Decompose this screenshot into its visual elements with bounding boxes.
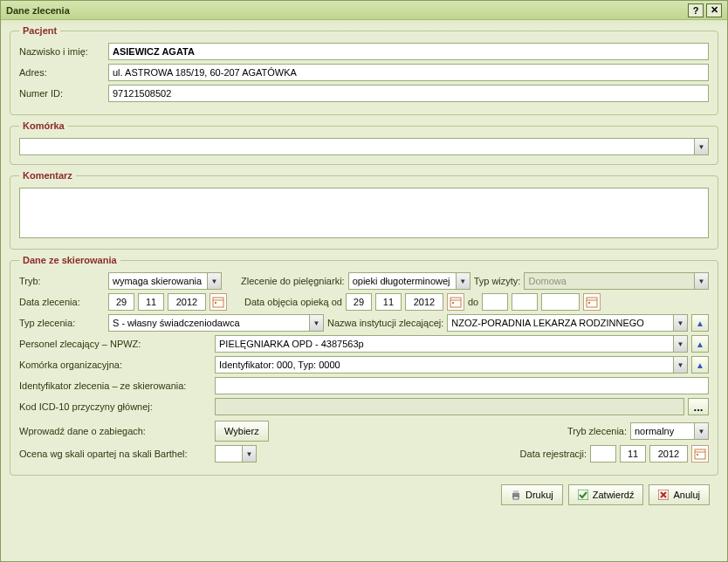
close-button[interactable]: ✕ bbox=[706, 3, 722, 17]
care-to-calendar-button[interactable] bbox=[583, 293, 601, 311]
titlebar: Dane zlecenia ? ✕ bbox=[1, 1, 727, 20]
institution-up-button[interactable]: ▲ bbox=[691, 314, 709, 332]
cancel-icon bbox=[658, 490, 669, 500]
referral-id-input[interactable] bbox=[215, 377, 709, 394]
comment-legend: Komentarz bbox=[19, 170, 76, 181]
order-date-year[interactable] bbox=[168, 293, 206, 311]
svg-rect-3 bbox=[450, 298, 461, 307]
calendar-icon bbox=[212, 296, 224, 308]
procedures-label: Wprowadź dane o zabiegach: bbox=[19, 426, 211, 436]
print-button[interactable]: Drukuj bbox=[501, 484, 563, 505]
check-icon bbox=[578, 490, 588, 500]
reg-date-year[interactable] bbox=[649, 445, 688, 463]
chevron-down-icon: ▼ bbox=[309, 315, 323, 331]
approve-button[interactable]: Zatwierdź bbox=[568, 484, 644, 505]
order-date-day[interactable] bbox=[108, 293, 134, 311]
chevron-down-icon: ▼ bbox=[673, 315, 687, 331]
mode-label: Tryb: bbox=[19, 276, 105, 286]
svg-rect-9 bbox=[695, 449, 705, 459]
order-date-label: Data zlecenia: bbox=[19, 297, 105, 307]
chevron-down-icon: ▼ bbox=[207, 273, 221, 289]
org-cell-up-button[interactable]: ▲ bbox=[691, 356, 709, 374]
order-type-label: Typ zlecenia: bbox=[19, 318, 105, 328]
cell-select[interactable]: ▼ bbox=[19, 138, 709, 155]
dialog-window: Dane zlecenia ? ✕ Pacjent Nazwisko i imi… bbox=[0, 0, 728, 562]
chevron-down-icon: ▼ bbox=[694, 139, 708, 154]
org-cell-select[interactable]: Identyfikator: 000, Typ: 0000 ▼ bbox=[215, 356, 688, 374]
svg-rect-11 bbox=[697, 454, 698, 456]
procedures-select-button[interactable]: Wybierz bbox=[215, 421, 269, 442]
order-mode-label: Tryb zlecenia: bbox=[567, 426, 627, 436]
care-from-day[interactable] bbox=[346, 293, 372, 311]
svg-rect-0 bbox=[213, 298, 223, 307]
name-label: Nazwisko i imię: bbox=[19, 46, 105, 57]
nurse-order-label: Zlecenie do pielęgniarki: bbox=[241, 276, 345, 286]
footer-buttons: Drukuj Zatwierdź Anuluj bbox=[10, 481, 718, 505]
referral-id-label: Identyfikator zlecenia – ze skierowania: bbox=[19, 380, 211, 391]
reg-date-month[interactable] bbox=[620, 445, 646, 463]
barthel-select[interactable]: ▼ bbox=[215, 445, 257, 463]
patient-fieldset: Pacjent Nazwisko i imię: Adres: Numer ID… bbox=[10, 25, 718, 115]
patient-legend: Pacjent bbox=[19, 25, 60, 36]
comment-fieldset: Komentarz bbox=[10, 170, 718, 250]
calendar-icon bbox=[586, 296, 598, 308]
nurse-order-select[interactable]: opieki długoterminowej ▼ bbox=[348, 272, 470, 290]
institution-label: Nazwa instytucji zlecającej: bbox=[327, 318, 443, 328]
care-to-day[interactable] bbox=[482, 293, 508, 311]
icd10-lookup-button[interactable]: ... bbox=[688, 398, 709, 415]
reg-date-day[interactable] bbox=[590, 445, 616, 463]
svg-rect-13 bbox=[513, 490, 519, 493]
chevron-down-icon: ▼ bbox=[456, 273, 470, 289]
svg-rect-8 bbox=[588, 302, 590, 304]
chevron-down-icon: ▼ bbox=[694, 273, 708, 289]
care-to-year[interactable] bbox=[541, 293, 580, 311]
chevron-down-icon: ▼ bbox=[673, 336, 687, 352]
cell-legend: Komórka bbox=[19, 120, 68, 131]
referral-legend: Dane ze skierowania bbox=[19, 255, 120, 265]
comment-textarea[interactable] bbox=[19, 188, 709, 238]
chevron-down-icon: ▼ bbox=[242, 446, 256, 462]
chevron-down-icon: ▼ bbox=[694, 423, 708, 439]
care-to-month[interactable] bbox=[512, 293, 538, 311]
id-label: Numer ID: bbox=[19, 88, 105, 99]
printer-icon bbox=[511, 490, 521, 500]
id-input[interactable] bbox=[108, 85, 709, 102]
care-to-label: do bbox=[468, 297, 478, 307]
personnel-select[interactable]: PIELĘGNIARKA OPD - 4387563p ▼ bbox=[215, 335, 688, 353]
icd10-input bbox=[215, 398, 684, 415]
name-input[interactable] bbox=[108, 43, 709, 60]
personnel-label: Personel zlecający – NPWZ: bbox=[19, 339, 211, 349]
order-type-select[interactable]: S - własny świadczeniodawca ▼ bbox=[108, 314, 324, 332]
org-cell-label: Komórka organizacyjna: bbox=[19, 360, 211, 370]
care-from-month[interactable] bbox=[375, 293, 402, 311]
window-title: Dane zlecenia bbox=[6, 5, 685, 16]
icd10-label: Kod ICD-10 przyczyny głównej: bbox=[19, 401, 211, 412]
calendar-icon bbox=[694, 448, 706, 460]
institution-select[interactable]: NZOZ-PORADNIA LEKARZA RODZINNEGO ▼ bbox=[447, 314, 688, 332]
cell-fieldset: Komórka ▼ bbox=[10, 120, 718, 165]
barthel-label: Ocena wg skali opartej na skali Barthel: bbox=[19, 449, 211, 459]
calendar-icon bbox=[450, 296, 462, 308]
reg-date-label: Data rejestracji: bbox=[520, 449, 587, 459]
personnel-up-button[interactable]: ▲ bbox=[691, 335, 709, 353]
address-label: Adres: bbox=[19, 67, 105, 78]
svg-rect-14 bbox=[513, 497, 519, 499]
svg-rect-15 bbox=[578, 490, 588, 500]
visit-type-label: Typ wizyty: bbox=[474, 276, 521, 286]
help-button[interactable]: ? bbox=[688, 3, 704, 17]
care-from-year[interactable] bbox=[405, 293, 443, 311]
order-date-month[interactable] bbox=[138, 293, 164, 311]
care-from-calendar-button[interactable] bbox=[447, 293, 464, 311]
chevron-down-icon: ▼ bbox=[673, 357, 687, 373]
order-mode-select[interactable]: normalny ▼ bbox=[630, 422, 709, 440]
svg-rect-6 bbox=[587, 298, 597, 307]
svg-rect-5 bbox=[452, 302, 454, 304]
visit-type-select: Domowa ▼ bbox=[524, 272, 709, 290]
care-from-label: Data objęcia opieką od bbox=[244, 297, 342, 307]
address-input[interactable] bbox=[108, 64, 709, 81]
reg-date-calendar-button[interactable] bbox=[691, 445, 709, 463]
cancel-button[interactable]: Anuluj bbox=[649, 484, 710, 505]
order-date-calendar-button[interactable] bbox=[209, 293, 227, 311]
mode-select[interactable]: wymaga skierowania ▼ bbox=[108, 272, 222, 290]
referral-fieldset: Dane ze skierowania Tryb: wymaga skierow… bbox=[10, 255, 718, 476]
